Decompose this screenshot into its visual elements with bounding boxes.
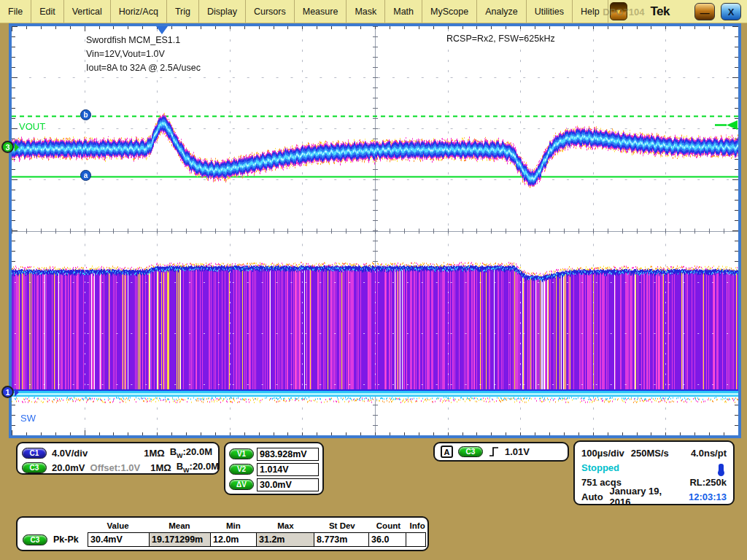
titlebar-right: DPO7104 Tek — X bbox=[603, 0, 747, 23]
menu-item-analyze[interactable]: Analyze bbox=[477, 0, 526, 23]
menu-item-measure[interactable]: Measure bbox=[295, 0, 347, 23]
v1-value: 983.928mV bbox=[257, 448, 319, 461]
dv-badge[interactable]: ΔV bbox=[229, 479, 254, 490]
trigger-position-icon[interactable] bbox=[156, 26, 168, 34]
acquisition-state: Stopped bbox=[581, 462, 619, 473]
measurement-cell: 31.2m bbox=[256, 532, 314, 547]
measurement-cell: 30.4mV bbox=[88, 532, 150, 547]
scope-display-frame: Swordfish MCM_ES1.1 Vin=12V,Vout=1.0V Io… bbox=[9, 23, 741, 438]
c3-badge[interactable]: C3 bbox=[22, 462, 47, 473]
timebase-scale: 100µs/div bbox=[581, 448, 624, 459]
c3-bandwidth: BW:20.0M bbox=[177, 461, 219, 474]
measurement-panel[interactable]: ValueMeanMinMaxSt DevCountInfo C3Pk-Pk30… bbox=[16, 516, 429, 551]
menu-item-display[interactable]: Display bbox=[199, 0, 246, 23]
tek-logo: Tek bbox=[650, 4, 670, 19]
cursor-a-handle[interactable]: a bbox=[80, 170, 91, 181]
measurement-header: Mean bbox=[149, 520, 210, 532]
trigger-source-badge[interactable]: C3 bbox=[458, 446, 483, 457]
c1-impedance: 1MΩ bbox=[144, 448, 164, 459]
annotation-right: RCSP=Rx2, FSW=625kHz bbox=[446, 34, 555, 44]
channel-row-c1[interactable]: C1 4.0V/div 1MΩ BW:20.0M bbox=[22, 446, 212, 459]
dv-value: 30.0mV bbox=[257, 478, 319, 491]
measurement-header: Info bbox=[407, 520, 427, 532]
annotation-line1: Swordfish MCM_ES1.1 bbox=[86, 34, 201, 47]
time-label: 12:03:13 bbox=[689, 491, 727, 502]
cursor-v2-row: V2 1.014V bbox=[229, 462, 319, 477]
measurement-header: Value bbox=[87, 520, 148, 532]
channel-1-arrow-icon bbox=[15, 388, 19, 397]
menu-item-horizacq[interactable]: Horiz/Acq bbox=[111, 0, 167, 23]
sw-trace-label: SW bbox=[20, 413, 36, 424]
annotation-left: Swordfish MCM_ES1.1 Vin=12V,Vout=1.0V Io… bbox=[86, 34, 201, 75]
meas-name: Pk-Pk bbox=[53, 534, 79, 545]
vout-trace-label: VOUT bbox=[19, 121, 45, 132]
measurement-header: Min bbox=[210, 520, 257, 532]
trigger-readout-panel[interactable]: A C3 1.01V bbox=[433, 442, 569, 462]
measurement-header: St Dev bbox=[314, 520, 369, 532]
waveform-plot[interactable]: Swordfish MCM_ES1.1 Vin=12V,Vout=1.0V Io… bbox=[12, 26, 738, 435]
annotation-line2: Vin=12V,Vout=1.0V bbox=[86, 47, 201, 61]
menu-item-mask[interactable]: Mask bbox=[347, 0, 385, 23]
v2-value: 1.014V bbox=[257, 463, 319, 476]
channel-readout-panel[interactable]: C1 4.0V/div 1MΩ BW:20.0M C3 20.0mV Offse… bbox=[16, 442, 220, 475]
trigger-mode: Auto bbox=[581, 491, 603, 502]
cursor-v1-row: V1 983.928mV bbox=[229, 446, 319, 462]
c3-offset: Offset:1.0V bbox=[90, 462, 141, 473]
close-button[interactable]: X bbox=[721, 3, 741, 20]
cursor-b-handle[interactable]: b bbox=[80, 109, 91, 120]
rising-edge-icon bbox=[488, 446, 500, 458]
measurement-cell: 19.171299m bbox=[149, 532, 211, 547]
c1-badge[interactable]: C1 bbox=[22, 448, 47, 459]
sample-resolution: 4.0ns/pt bbox=[691, 448, 727, 459]
menu-bar-items: FileEditVerticalHoriz/AcqTrigDisplayCurs… bbox=[0, 0, 608, 23]
measurement-cell: 36.0 bbox=[368, 532, 406, 547]
measurement-header-row: ValueMeanMinMaxSt DevCountInfo bbox=[18, 520, 427, 532]
window-title: DPO7104 bbox=[603, 7, 644, 18]
date-label: January 19, 2016 bbox=[610, 486, 676, 508]
waveform-canvas[interactable] bbox=[12, 26, 738, 435]
menu-item-cursors[interactable]: Cursors bbox=[246, 0, 295, 23]
menu-item-trig[interactable]: Trig bbox=[167, 0, 199, 23]
menu-item-math[interactable]: Math bbox=[385, 0, 422, 23]
annotation-line3: Iout=8A to 32A @ 2.5A/usec bbox=[86, 61, 201, 75]
timebase-readout-panel[interactable]: 100µs/div 250MS/s 4.0ns/pt Stopped 751 a… bbox=[573, 440, 735, 505]
menu-item-edit[interactable]: Edit bbox=[31, 0, 64, 23]
c1-bandwidth: BW:20.0M bbox=[170, 446, 212, 459]
trigger-level: 1.01V bbox=[505, 446, 530, 457]
menu-bar: FileEditVerticalHoriz/AcqTrigDisplayCurs… bbox=[0, 0, 747, 23]
sample-rate: 250MS/s bbox=[631, 448, 669, 459]
measurement-header: Count bbox=[370, 520, 408, 532]
channel-3-marker[interactable]: 3 bbox=[1, 141, 19, 153]
menu-item-file[interactable]: File bbox=[0, 0, 31, 23]
v2-badge[interactable]: V2 bbox=[229, 464, 254, 475]
cursor-readout-panel[interactable]: V1 983.928mV V2 1.014V ΔV 30.0mV bbox=[224, 442, 324, 495]
v1-badge[interactable]: V1 bbox=[229, 448, 254, 459]
measurement-cell bbox=[406, 532, 426, 547]
c1-scale: 4.0V/div bbox=[52, 448, 88, 459]
measurement-data-row: C3Pk-Pk30.4mV19.171299m12.0m31.2m8.773m3… bbox=[18, 532, 427, 547]
meas-c3-badge[interactable]: C3 bbox=[23, 534, 47, 545]
trigger-a-box: A bbox=[441, 446, 453, 458]
minimize-button[interactable]: — bbox=[694, 3, 715, 20]
measurement-header: Max bbox=[257, 520, 314, 532]
channel-1-marker[interactable]: 1 bbox=[1, 386, 19, 398]
channel-row-c3[interactable]: C3 20.0mV Offset:1.0V 1MΩ BW:20.0M bbox=[22, 461, 212, 474]
c3-scale: 20.0mV bbox=[52, 462, 85, 473]
waveform-pin-icon bbox=[719, 464, 724, 472]
cursor-dv-row: ΔV 30.0mV bbox=[229, 477, 319, 492]
channel-3-arrow-icon bbox=[15, 143, 19, 152]
c3-impedance: 1MΩ bbox=[150, 462, 171, 473]
menu-item-utilities[interactable]: Utilities bbox=[527, 0, 573, 23]
measurement-cell: 8.773m bbox=[314, 532, 369, 547]
record-length: RL:250k bbox=[689, 477, 727, 488]
menu-item-myscope[interactable]: MyScope bbox=[422, 0, 477, 23]
measurement-row-label: C3Pk-Pk bbox=[18, 532, 88, 547]
menu-item-vertical[interactable]: Vertical bbox=[64, 0, 111, 23]
measurement-cell: 12.0m bbox=[210, 532, 257, 547]
